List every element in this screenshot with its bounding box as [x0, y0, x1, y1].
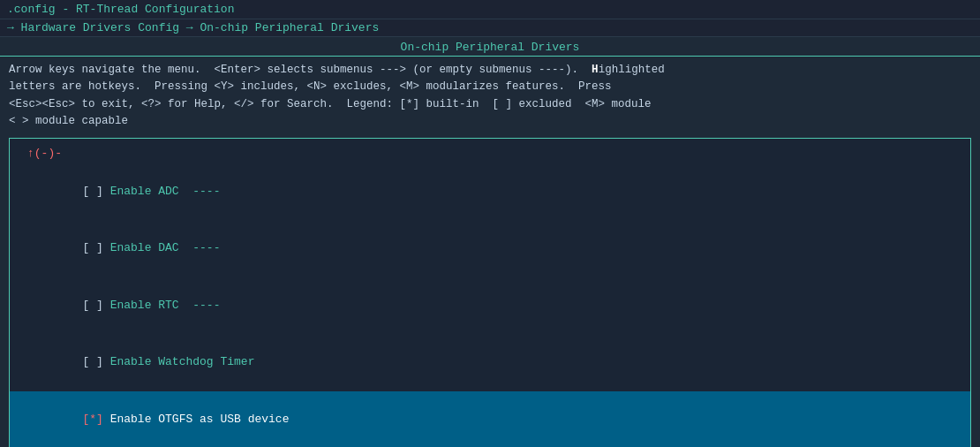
help-text: Arrow keys navigate the menu. <Enter> se…: [0, 57, 980, 134]
menu-item-otgfs[interactable]: [*] Enable OTGFS as USB device: [10, 391, 970, 447]
help-line3: <Esc><Esc> to exit, <?> for Help, </> fo…: [9, 96, 971, 113]
checkbox-rtc: [ ]: [82, 299, 109, 312]
menu-container[interactable]: ↑(-)- [ ] Enable ADC ---- [ ] Enable DAC…: [9, 138, 971, 448]
otgfs-label: Enable OTGFS as USB device: [110, 413, 290, 426]
checkbox-adc: [ ]: [82, 185, 109, 198]
checkbox-dac: [ ]: [82, 241, 109, 254]
panel-title: On-chip Peripheral Drivers: [0, 37, 980, 57]
breadcrumb: → Hardware Drivers Config → On-chip Peri…: [0, 19, 980, 37]
checkbox-otgfs: [*]: [82, 413, 109, 426]
help-line1: Arrow keys navigate the menu. <Enter> se…: [9, 62, 971, 79]
highlighted-word: H: [592, 64, 599, 76]
main-content: On-chip Peripheral Drivers Arrow keys na…: [0, 37, 980, 447]
title-bar: .config - RT-Thread Configuration: [0, 0, 980, 19]
menu-item-dac[interactable]: [ ] Enable DAC ----: [10, 221, 970, 277]
menu-item-watchdog[interactable]: [ ] Enable Watchdog Timer: [10, 334, 970, 390]
help-line4: < > module capable: [9, 113, 971, 130]
menu-item-adc[interactable]: [ ] Enable ADC ----: [10, 163, 970, 220]
breadcrumb-text: → Hardware Drivers Config → On-chip Peri…: [7, 21, 379, 34]
checkbox-watchdog: [ ]: [82, 355, 109, 368]
menu-indicator: ↑(-)-: [10, 144, 970, 164]
help-line2: letters are hotkeys. Pressing <Y> includ…: [9, 79, 971, 95]
menu-item-rtc[interactable]: [ ] Enable RTC ----: [10, 277, 970, 334]
app: .config - RT-Thread Configuration → Hard…: [0, 0, 980, 447]
title-text: .config - RT-Thread Configuration: [7, 3, 234, 16]
